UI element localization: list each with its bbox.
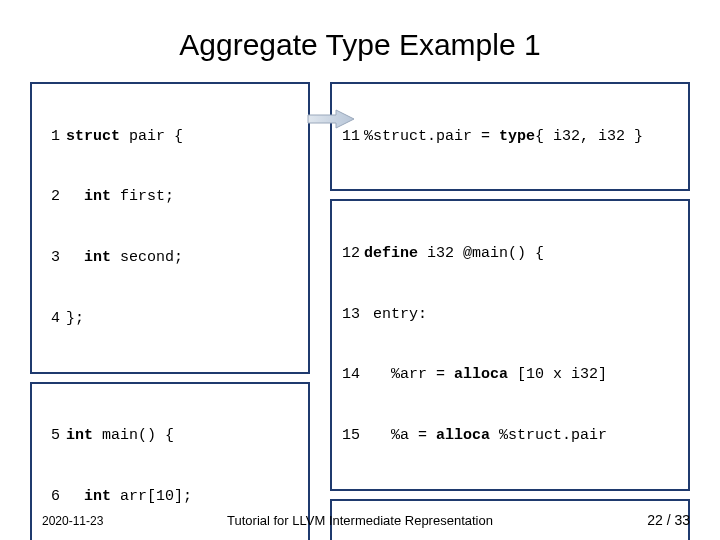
code-text: int main() { (66, 426, 174, 446)
left-column: 1struct pair { 2 int first; 3 int second… (30, 82, 310, 540)
code-text: int second; (66, 248, 183, 268)
code-text: entry: (364, 305, 427, 325)
code-text: %struct.pair = type{ i32, i32 } (364, 127, 643, 147)
footer-date: 2020-11-23 (42, 514, 103, 528)
lineno: 13 (338, 305, 360, 325)
lineno: 3 (38, 248, 60, 268)
right-column: 11%struct.pair = type{ i32, i32 } 12defi… (330, 82, 690, 540)
code-text: int arr[10]; (66, 487, 192, 507)
lineno: 15 (338, 426, 360, 446)
arrow-icon (306, 108, 356, 130)
ir-define-box: 12define i32 @main() { 13 entry: 14 %arr… (330, 199, 690, 491)
c-struct-box: 1struct pair { 2 int first; 3 int second… (30, 82, 310, 374)
code-text: %a = alloca %struct.pair (364, 426, 607, 446)
footer: 2020-11-23 22 / 33 (0, 512, 720, 528)
lineno: 5 (38, 426, 60, 446)
code-text: }; (66, 309, 84, 329)
code-text: define i32 @main() { (364, 244, 544, 264)
code-text: int first; (66, 187, 174, 207)
lineno: 12 (338, 244, 360, 264)
slide-content: 1struct pair { 2 int first; 3 int second… (0, 62, 720, 540)
lineno: 6 (38, 487, 60, 507)
page-current: 22 (647, 512, 663, 528)
lineno: 4 (38, 309, 60, 329)
code-text: %arr = alloca [10 x i32] (364, 365, 607, 385)
page-sep: / (667, 512, 671, 528)
slide-title: Aggregate Type Example 1 (0, 28, 720, 62)
svg-marker-0 (308, 110, 354, 128)
page-total: 33 (674, 512, 690, 528)
ir-type-box: 11%struct.pair = type{ i32, i32 } (330, 82, 690, 191)
lineno: 14 (338, 365, 360, 385)
code-text: struct pair { (66, 127, 183, 147)
lineno: 1 (38, 127, 60, 147)
lineno: 2 (38, 187, 60, 207)
page-number: 22 / 33 (647, 512, 690, 528)
